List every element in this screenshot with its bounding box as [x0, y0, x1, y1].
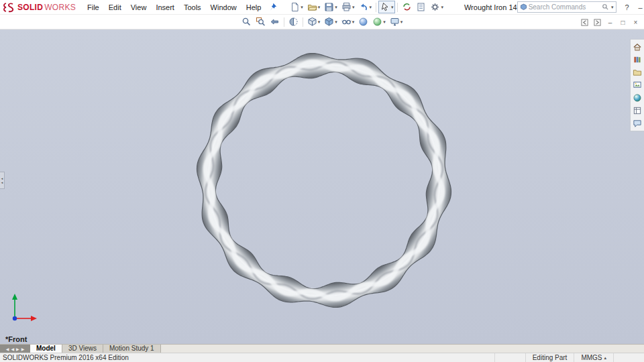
hide-show-items-button[interactable]: ▾: [339, 15, 357, 28]
print-button[interactable]: ▾: [339, 1, 357, 13]
scroll-first-icon[interactable]: ◀: [6, 347, 9, 351]
status-spacer: [494, 353, 525, 362]
zoom-to-area-icon: [256, 17, 266, 27]
folder-icon: [633, 68, 642, 77]
rebuild-icon: [402, 2, 412, 12]
brand-solid: SOLID: [17, 3, 43, 12]
toolbar-separator: [303, 17, 303, 27]
menu-view[interactable]: View: [126, 1, 152, 13]
chevron-down-icon[interactable]: ▾: [352, 19, 355, 25]
scroll-prev-icon[interactable]: ◀: [11, 347, 14, 351]
dock-pane-button[interactable]: [579, 17, 590, 27]
previous-view-button[interactable]: [268, 15, 282, 28]
scroll-next-icon[interactable]: ▶: [16, 347, 19, 351]
feature-manager-flyout-tab[interactable]: ◂ ◂: [0, 172, 5, 189]
search-input[interactable]: [529, 3, 600, 11]
chevron-down-icon[interactable]: ▾: [369, 5, 372, 10]
edition-label: SOLIDWORKS Premium 2016 x64 Edition: [3, 354, 129, 361]
rebuild-button[interactable]: [400, 1, 414, 13]
dock-right-icon: [594, 19, 601, 26]
dock-pane-right-button[interactable]: [592, 17, 603, 27]
save-button[interactable]: ▾: [322, 1, 339, 13]
pushpin-icon: [268, 3, 277, 11]
doc-restore-button[interactable]: □: [617, 17, 629, 27]
viewport[interactable]: ◂ ◂ *Front: [0, 29, 644, 344]
menu-window[interactable]: Window: [206, 1, 241, 13]
forum-button[interactable]: [632, 118, 643, 129]
home-icon: [633, 42, 642, 52]
chevron-down-icon[interactable]: ▾: [352, 5, 355, 10]
title-bar: SOLIDWORKS File Edit View Insert Tools W…: [0, 0, 644, 15]
units-dropdown-icon: ▴: [604, 355, 606, 361]
display-style-icon: [324, 17, 334, 27]
model-ring: [0, 29, 644, 344]
file-properties-button[interactable]: [414, 1, 428, 13]
doc-minimize-button[interactable]: –: [604, 17, 616, 27]
chevron-down-icon[interactable]: ▾: [400, 19, 403, 25]
menu-insert[interactable]: Insert: [151, 1, 179, 13]
properties-table-icon: [633, 106, 642, 115]
menu-file[interactable]: File: [83, 1, 104, 13]
search-icon[interactable]: [602, 3, 609, 11]
units-selector[interactable]: MMGS ▴: [574, 353, 613, 362]
tab-scroller[interactable]: ◀ ◀ ▶ ▶: [0, 345, 30, 353]
chevron-down-icon[interactable]: ▾: [441, 5, 443, 10]
open-button[interactable]: ▾: [305, 1, 323, 13]
chevron-down-icon[interactable]: ▾: [318, 5, 321, 10]
chevron-down-icon[interactable]: ▾: [391, 5, 394, 10]
collapse-arrow-icon: ◂: [1, 180, 3, 184]
menu-edit[interactable]: Edit: [104, 1, 126, 13]
chevron-down-icon[interactable]: ▾: [335, 5, 337, 10]
section-view-button[interactable]: [286, 15, 301, 28]
status-spacer: [613, 353, 644, 362]
appearances-scenes-button[interactable]: [632, 93, 643, 103]
undo-button[interactable]: ▾: [356, 1, 374, 13]
scroll-last-icon[interactable]: ▶: [21, 347, 25, 351]
units-label: MMGS: [581, 354, 602, 361]
open-folder-icon: [307, 2, 317, 12]
new-document-button[interactable]: ▾: [288, 1, 305, 13]
menu-tools[interactable]: Tools: [179, 1, 206, 13]
solidworks-logo: SOLIDWORKS: [3, 2, 76, 13]
view-tools-group: ▾ ▾ ▾: [239, 15, 405, 28]
tab-3d-views[interactable]: 3D Views: [62, 345, 103, 353]
edit-appearance-button[interactable]: [356, 15, 370, 28]
apply-scene-button[interactable]: ▾: [370, 15, 388, 28]
zoom-to-fit-button[interactable]: [239, 15, 254, 28]
minimize-button[interactable]: –: [634, 1, 644, 13]
chevron-down-icon[interactable]: ▾: [383, 19, 386, 25]
heads-up-toolbar: ▾ ▾ ▾: [0, 15, 644, 29]
view-orientation-cube-icon: [307, 17, 317, 27]
previous-view-icon: [270, 17, 280, 27]
undo-arrow-icon: [358, 2, 368, 12]
appearances-ball-icon: [633, 93, 642, 103]
chevron-down-icon[interactable]: ▾: [301, 5, 303, 10]
view-palette-button[interactable]: [632, 80, 643, 90]
view-settings-button[interactable]: ▾: [388, 15, 405, 28]
chevron-down-icon[interactable]: ▾: [611, 5, 614, 10]
file-properties-icon: [416, 2, 426, 12]
file-explorer-button[interactable]: [632, 67, 643, 78]
pin-menu-button[interactable]: [268, 3, 277, 11]
display-style-button[interactable]: ▾: [322, 15, 339, 28]
tab-motion-study[interactable]: Motion Study 1: [103, 345, 161, 353]
tab-model[interactable]: Model: [30, 345, 62, 353]
design-library-button[interactable]: [632, 54, 643, 65]
ds-logo-icon: [3, 2, 16, 13]
menu-help[interactable]: Help: [241, 1, 266, 13]
select-button[interactable]: ▾: [378, 1, 396, 13]
window-controls: ? – □ ×: [621, 1, 644, 13]
search-box[interactable]: ▾: [517, 1, 616, 13]
taskpane-home-button[interactable]: [632, 42, 643, 52]
doc-close-button[interactable]: ×: [630, 17, 641, 27]
view-orientation-button[interactable]: ▾: [305, 15, 323, 28]
scene-ball-icon: [372, 17, 382, 27]
chevron-down-icon[interactable]: ▾: [318, 19, 321, 25]
menu-bar: File Edit View Insert Tools Window Help: [83, 1, 266, 13]
zoom-to-area-button[interactable]: [254, 15, 268, 28]
toolbar-separator: [284, 17, 284, 27]
options-button[interactable]: ▾: [428, 1, 445, 13]
chevron-down-icon[interactable]: ▾: [335, 19, 337, 25]
help-button[interactable]: ?: [621, 1, 634, 13]
custom-properties-button[interactable]: [632, 105, 643, 116]
